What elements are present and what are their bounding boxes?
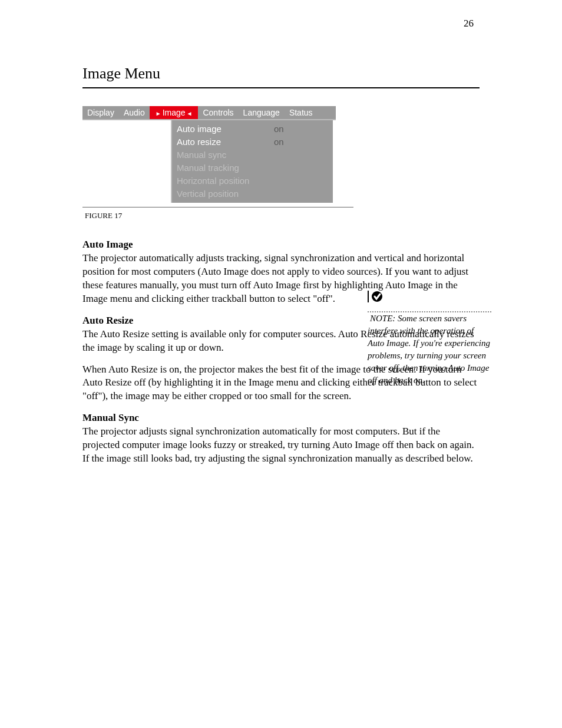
osd-row-auto-image[interactable]: Auto imageon bbox=[177, 124, 330, 134]
item-manual-sync: Manual Sync The projector adjusts signal… bbox=[82, 411, 480, 466]
osd-tab-controls[interactable]: Controls bbox=[198, 108, 238, 117]
osd-label: Manual tracking bbox=[177, 163, 239, 173]
item-body: The projector adjusts signal synchroniza… bbox=[82, 426, 474, 464]
osd-tab-display[interactable]: Display bbox=[82, 108, 119, 117]
item-title: Auto Image bbox=[82, 239, 133, 250]
item-title: Manual Sync bbox=[82, 412, 139, 423]
osd-value: on bbox=[274, 137, 284, 147]
sidebar-text: NOTE: Some screen savers interfere with … bbox=[368, 314, 490, 385]
section-title: Image Menu bbox=[82, 65, 480, 83]
caret-right-icon: ◄ bbox=[186, 110, 194, 117]
osd-tab-image[interactable]: ►Image◄ bbox=[150, 106, 199, 119]
osd-value: on bbox=[274, 124, 284, 134]
note-icon bbox=[368, 289, 383, 308]
sidebar-rule bbox=[368, 311, 491, 312]
osd-tab-audio[interactable]: Audio bbox=[119, 108, 150, 117]
item-title: Auto Resize bbox=[82, 315, 133, 326]
page-number: 26 bbox=[464, 18, 474, 29]
osd-row-manual-sync: Manual sync bbox=[177, 150, 330, 160]
osd-label: Auto image bbox=[177, 124, 222, 134]
osd-label: Vertical position bbox=[177, 189, 239, 199]
osd-figure: Display Audio ►Image◄ Controls Language … bbox=[82, 106, 480, 203]
figure-rule bbox=[82, 207, 353, 207]
note-label: NOTE: bbox=[370, 314, 395, 323]
svg-point-1 bbox=[372, 291, 382, 302]
osd-tabbar: Display Audio ►Image◄ Controls Language … bbox=[82, 106, 336, 120]
note-body: Some screen savers interfere with the op… bbox=[368, 314, 490, 385]
section-rule bbox=[82, 87, 480, 88]
osd-tab-status[interactable]: Status bbox=[285, 108, 318, 117]
osd-row-auto-resize[interactable]: Auto resizeon bbox=[177, 137, 330, 147]
osd-menu: Display Audio ►Image◄ Controls Language … bbox=[82, 106, 336, 203]
osd-row-vertical-position: Vertical position bbox=[177, 189, 330, 199]
osd-row-manual-tracking: Manual tracking bbox=[177, 163, 330, 173]
osd-label: Auto resize bbox=[177, 137, 221, 147]
caret-left-icon: ► bbox=[154, 110, 163, 117]
figure-caption: FIGURE 17 bbox=[85, 211, 480, 220]
osd-label: Manual sync bbox=[177, 150, 226, 160]
osd-divider bbox=[171, 120, 172, 203]
osd-tab-language[interactable]: Language bbox=[239, 108, 285, 117]
osd-label: Horizontal position bbox=[177, 176, 249, 186]
sidebar-note: NOTE: Some screen savers interfere with … bbox=[368, 289, 491, 387]
osd-row-horizontal-position: Horizontal position bbox=[177, 176, 330, 186]
osd-tab-image-label: Image bbox=[163, 108, 186, 117]
